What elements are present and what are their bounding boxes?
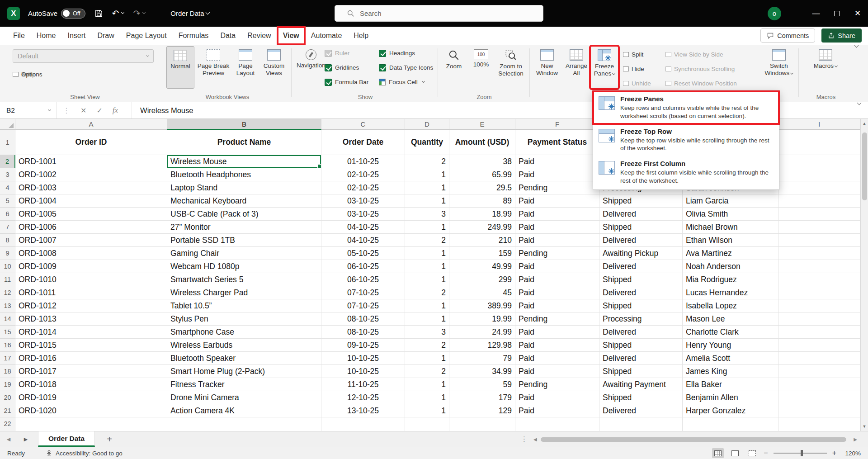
cell-order-id[interactable]: ORD-1004 bbox=[15, 194, 167, 208]
header-cell[interactable]: Amount (USD) bbox=[449, 130, 515, 155]
row-header[interactable] bbox=[0, 181, 15, 194]
cell-payment-status[interactable]: Paid bbox=[515, 352, 599, 365]
more-options-icon[interactable]: ⋮ bbox=[521, 435, 528, 443]
cell-order-id[interactable]: ORD-1003 bbox=[15, 181, 167, 194]
cell-empty[interactable] bbox=[778, 417, 860, 431]
column-header-d[interactable]: D bbox=[405, 119, 449, 130]
cell-quantity[interactable]: 1 bbox=[405, 273, 449, 286]
cell-customer[interactable]: Mason Lee bbox=[683, 312, 778, 326]
cell-delivery-status[interactable]: Shipped bbox=[599, 339, 683, 352]
tab-home[interactable]: Home bbox=[31, 27, 62, 45]
cell-empty[interactable] bbox=[405, 417, 449, 431]
sheet-tab-order-data[interactable]: Order Data bbox=[38, 431, 95, 447]
cell-order-date[interactable]: 02-10-25 bbox=[321, 181, 405, 194]
autosave-toggle[interactable]: Off bbox=[61, 9, 85, 19]
zoom-slider[interactable] bbox=[774, 453, 827, 454]
cell-order-date[interactable]: 03-10-25 bbox=[321, 194, 405, 208]
header-cell[interactable]: Quantity bbox=[405, 130, 449, 155]
cell-order-id[interactable]: ORD-1016 bbox=[15, 352, 167, 365]
cell-payment-status[interactable]: Pending bbox=[515, 312, 599, 326]
cell-customer[interactable]: Ella Baker bbox=[683, 378, 778, 391]
page-layout-view-button[interactable] bbox=[729, 448, 741, 458]
cell-empty[interactable] bbox=[321, 417, 405, 431]
cell-payment-status[interactable]: Paid bbox=[515, 273, 599, 286]
column-header-c[interactable]: C bbox=[321, 119, 405, 130]
scroll-up-icon[interactable]: ▲ bbox=[861, 121, 868, 126]
cell-empty[interactable] bbox=[778, 234, 860, 247]
cell-payment-status[interactable]: Paid bbox=[515, 260, 599, 273]
tab-data[interactable]: Data bbox=[214, 27, 241, 45]
cell-order-id[interactable]: ORD-1009 bbox=[15, 260, 167, 273]
cell-payment-status[interactable]: Paid bbox=[515, 155, 599, 168]
cell-payment-status[interactable]: Paid bbox=[515, 208, 599, 221]
cell-product-name[interactable]: Action Camera 4K bbox=[167, 404, 321, 417]
cell-order-id[interactable]: ORD-1005 bbox=[15, 208, 167, 221]
cell-quantity[interactable]: 2 bbox=[405, 234, 449, 247]
cell-quantity[interactable]: 1 bbox=[405, 352, 449, 365]
cell-order-id[interactable]: ORD-1008 bbox=[15, 247, 167, 260]
menu-item[interactable]: Freeze First Column Keep the first colum… bbox=[593, 156, 779, 189]
cell-customer[interactable]: Michael Brown bbox=[683, 221, 778, 234]
cell-delivery-status[interactable]: Delivered bbox=[599, 234, 683, 247]
header-cell[interactable] bbox=[778, 130, 860, 155]
cell-order-id[interactable]: ORD-1019 bbox=[15, 391, 167, 404]
cell-empty[interactable] bbox=[778, 404, 860, 417]
zoom-out-button[interactable]: − bbox=[764, 449, 768, 457]
cell-product-name[interactable]: Mechanical Keyboard bbox=[167, 194, 321, 208]
cell-empty[interactable] bbox=[778, 286, 860, 299]
focus-cell-button[interactable]: Focus Cell bbox=[379, 76, 425, 88]
cell-product-name[interactable]: Bluetooth Headphones bbox=[167, 168, 321, 181]
row-header[interactable] bbox=[0, 326, 15, 339]
cell-order-date[interactable]: 10-10-25 bbox=[321, 352, 405, 365]
cell-delivery-status[interactable]: Shipped bbox=[599, 221, 683, 234]
cell-quantity[interactable]: 2 bbox=[405, 365, 449, 378]
row-header[interactable] bbox=[0, 247, 15, 260]
cell-amount[interactable]: 79 bbox=[449, 352, 515, 365]
ribbon-checkbox[interactable]: Gridlines bbox=[325, 62, 368, 73]
scroll-left-icon[interactable]: ◀ bbox=[533, 437, 537, 442]
tab-review[interactable]: Review bbox=[241, 27, 277, 45]
cell-empty[interactable] bbox=[515, 417, 599, 431]
cell-delivery-status[interactable]: Shipped bbox=[599, 391, 683, 404]
cell-product-name[interactable]: Smart Home Plug (2-Pack) bbox=[167, 365, 321, 378]
tab-insert[interactable]: Insert bbox=[61, 27, 91, 45]
cell-product-name[interactable]: Portable SSD 1TB bbox=[167, 234, 321, 247]
cell-order-id[interactable]: ORD-1020 bbox=[15, 404, 167, 417]
cell-order-date[interactable]: 06-10-25 bbox=[321, 273, 405, 286]
macros-button[interactable]: Macros bbox=[811, 46, 840, 89]
drag-handle-icon[interactable]: ⋮ bbox=[63, 106, 71, 115]
cell-payment-status[interactable]: Paid bbox=[515, 391, 599, 404]
cell-order-date[interactable]: 07-10-25 bbox=[321, 299, 405, 312]
cell-order-id[interactable]: ORD-1006 bbox=[15, 221, 167, 234]
cell-amount[interactable]: 65.99 bbox=[449, 168, 515, 181]
cell-delivery-status[interactable]: Awaiting Pickup bbox=[599, 247, 683, 260]
cell-amount[interactable]: 18.99 bbox=[449, 208, 515, 221]
arrange-all-button[interactable]: Arrange All bbox=[563, 46, 590, 89]
cell-empty[interactable] bbox=[778, 273, 860, 286]
cell-payment-status[interactable]: Pending bbox=[515, 181, 599, 194]
cell-order-date[interactable]: 13-10-25 bbox=[321, 404, 405, 417]
header-cell[interactable]: Order Date bbox=[321, 130, 405, 155]
cell-product-name[interactable]: Wireless Charger Pad bbox=[167, 286, 321, 299]
cell-payment-status[interactable]: Paid bbox=[515, 365, 599, 378]
cell-payment-status[interactable]: Pending bbox=[515, 247, 599, 260]
split-button[interactable]: Split bbox=[623, 48, 643, 60]
row-header[interactable] bbox=[0, 286, 15, 299]
switch-windows-button[interactable]: Switch Windows bbox=[764, 46, 794, 89]
cell-product-name[interactable]: Bluetooth Speaker bbox=[167, 352, 321, 365]
ribbon-checkbox[interactable]: Formula Bar bbox=[325, 76, 368, 88]
cell-quantity[interactable]: 1 bbox=[405, 247, 449, 260]
cell-amount[interactable]: 29.5 bbox=[449, 181, 515, 194]
cell-order-date[interactable]: 04-10-25 bbox=[321, 234, 405, 247]
page-layout-view-button[interactable]: Page Layout bbox=[232, 46, 259, 89]
row-header[interactable] bbox=[0, 273, 15, 286]
row-header[interactable] bbox=[0, 260, 15, 273]
cell-amount[interactable]: 179 bbox=[449, 391, 515, 404]
cell-amount[interactable]: 389.99 bbox=[449, 299, 515, 312]
row-header[interactable] bbox=[0, 352, 15, 365]
cell-order-date[interactable]: 06-10-25 bbox=[321, 260, 405, 273]
cell-customer[interactable]: Olivia Smith bbox=[683, 208, 778, 221]
cell-payment-status[interactable]: Paid bbox=[515, 221, 599, 234]
cell-empty[interactable] bbox=[778, 365, 860, 378]
horizontal-scrollbar[interactable]: ◀ ▶ bbox=[533, 437, 857, 442]
